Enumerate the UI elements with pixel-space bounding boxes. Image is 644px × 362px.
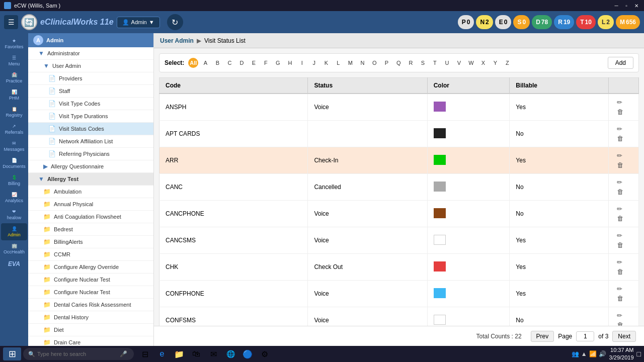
alpha-btn-t[interactable]: T [430,58,440,68]
alpha-btn-c[interactable]: C [224,58,234,68]
nav-ambulation[interactable]: 📁 Ambulation [28,186,153,198]
mail-icon[interactable]: ✉ [206,347,220,361]
alpha-btn-i[interactable]: I [297,58,307,68]
alpha-btn-b[interactable]: B [212,58,222,68]
badge-d[interactable]: D78 [532,15,552,29]
alpha-btn-k[interactable]: K [321,58,331,68]
alpha-btn-l[interactable]: L [333,58,343,68]
nav-configure-nuclear-1[interactable]: 📁 Configure Nuclear Test [28,274,153,286]
breadcrumb-parent[interactable]: User Admin [160,37,194,44]
store-icon[interactable]: 🛍 [189,347,203,361]
delete-button[interactable]: 🗑 [615,160,625,170]
badge-t[interactable]: T10 [576,15,596,29]
nav-configure-nuclear-2[interactable]: 📁 Configure Nuclear Test [28,286,153,299]
badge-n[interactable]: N2 [476,15,493,29]
sidebar-item-menu[interactable]: ☰ Menu [1,52,27,69]
notification-icon[interactable]: □ [637,350,641,358]
sidebar-item-referrals[interactable]: ↗ Referrals [1,121,27,138]
close-button[interactable]: ✕ [633,2,640,9]
refresh-button[interactable]: ↻ [167,14,183,30]
edit-button[interactable]: ✏ [615,257,624,267]
page-input[interactable] [576,331,594,341]
nav-visit-type-durations[interactable]: 📄 Visit Type Durations [28,110,153,123]
badge-r[interactable]: R19 [554,15,574,29]
chrome-icon[interactable]: 🌐 [223,347,237,361]
nav-referring-physicians[interactable]: 📄 Referring Physicians [28,148,153,160]
edit-button[interactable]: ✏ [615,151,624,160]
next-button[interactable]: Next [612,331,636,342]
alpha-btn-n[interactable]: N [357,58,367,68]
edit-button[interactable]: ✏ [615,124,624,134]
folder-icon[interactable]: 📁 [172,347,186,361]
alpha-btn-w[interactable]: W [466,58,476,68]
delete-button[interactable]: 🗑 [615,294,625,303]
alpha-btn-m[interactable]: M [345,58,355,68]
nav-bedrest[interactable]: 📁 Bedrest [28,223,153,236]
alpha-btn-p[interactable]: P [381,58,391,68]
edit-button[interactable]: ✏ [615,284,624,294]
edit-button[interactable]: ✏ [615,204,624,214]
nav-staff[interactable]: 📄 Staff [28,85,153,98]
delete-button[interactable]: 🗑 [615,214,625,223]
app2-icon[interactable]: ⚙ [258,347,272,361]
nav-drain-care[interactable]: 📁 Drain Care [28,336,153,346]
sidebar-item-phm[interactable]: 📊 PHM [1,86,27,104]
sidebar-item-billing[interactable]: 💲 Billing [1,172,27,189]
start-button[interactable]: ⊞ [3,347,21,360]
up-arrow-icon[interactable]: ▲ [581,350,587,357]
maximize-button[interactable]: ▫ [623,2,630,9]
add-button[interactable]: Add [608,57,633,69]
nav-providers[interactable]: 📄 Providers [28,72,153,85]
alpha-btn-f[interactable]: F [261,58,271,68]
nav-visit-type-codes[interactable]: 📄 Visit Type Codes [28,98,153,110]
sidebar-item-messages[interactable]: ✉ Messages [1,138,27,155]
minimize-button[interactable]: ─ [613,2,620,9]
alpha-btn-all[interactable]: All [188,58,198,68]
alpha-btn-q[interactable]: Q [393,58,404,68]
taskview-icon[interactable]: ⊟ [138,347,152,361]
sidebar-item-analytics[interactable]: 📈 Analytics [1,189,27,206]
badge-s[interactable]: S0 [513,15,530,29]
nav-network-affiliation[interactable]: 📄 Network Affiliation List [28,135,153,148]
sidebar-item-favorites[interactable]: ★ Favorites [1,35,27,52]
alpha-btn-a[interactable]: A [200,58,210,68]
alpha-btn-g[interactable]: G [273,58,283,68]
alpha-btn-x[interactable]: X [478,58,488,68]
alpha-btn-j[interactable]: J [309,58,319,68]
alpha-btn-y[interactable]: Y [490,58,500,68]
alpha-btn-s[interactable]: S [418,58,428,68]
user-button[interactable]: 👤 Admin ▼ [117,17,160,28]
prev-button[interactable]: Prev [531,331,554,342]
edge-icon[interactable]: e [155,347,169,361]
alpha-btn-u[interactable]: U [442,58,452,68]
sidebar-item-healow[interactable]: ❤ healow [1,206,27,223]
sidebar-item-practice[interactable]: 🏥 Practice [1,69,27,86]
nav-ccmr[interactable]: 📁 CCMR [28,248,153,261]
nav-billing-alerts[interactable]: 📁 BillingAlerts [28,236,153,248]
edit-button[interactable]: ✏ [615,231,624,240]
delete-button[interactable]: 🗑 [615,187,625,197]
badge-e[interactable]: E0 [495,15,512,29]
delete-button[interactable]: 🗑 [615,267,625,277]
sidebar-item-documents[interactable]: 📄 Documents [1,155,27,172]
delete-button[interactable]: 🗑 [615,320,625,326]
sidebar-item-registry[interactable]: 📋 Registry [1,104,27,121]
nav-allergy-test[interactable]: ▼ Allergy Test [28,173,153,186]
nav-diet[interactable]: 📁 Diet [28,324,153,336]
alpha-btn-z[interactable]: Z [502,58,512,68]
nav-dental-history[interactable]: 📁 Dental History [28,311,153,324]
nav-allergy-questionnaire[interactable]: ▶ Allergy Questionnaire [28,160,153,173]
app1-icon[interactable]: 🔵 [240,347,255,361]
alpha-btn-d[interactable]: D [236,58,247,68]
delete-button[interactable]: 🗑 [615,107,625,117]
alpha-btn-r[interactable]: R [406,58,416,68]
nav-anti-coagulation[interactable]: 📁 Anti Coagulation Flowsheet [28,211,153,223]
badge-m[interactable]: M656 [616,15,640,29]
alpha-btn-o[interactable]: O [369,58,379,68]
sidebar-item-eva[interactable]: EVA [1,257,27,270]
nav-visit-status-codes[interactable]: 📄 Visit Status Codes [28,123,153,135]
nav-configure-allergy-override[interactable]: 📁 Configure Allergy Override [28,261,153,274]
edit-button[interactable]: ✏ [615,311,624,320]
taskbar-search-input[interactable] [37,351,118,357]
edit-button[interactable]: ✏ [615,98,624,107]
